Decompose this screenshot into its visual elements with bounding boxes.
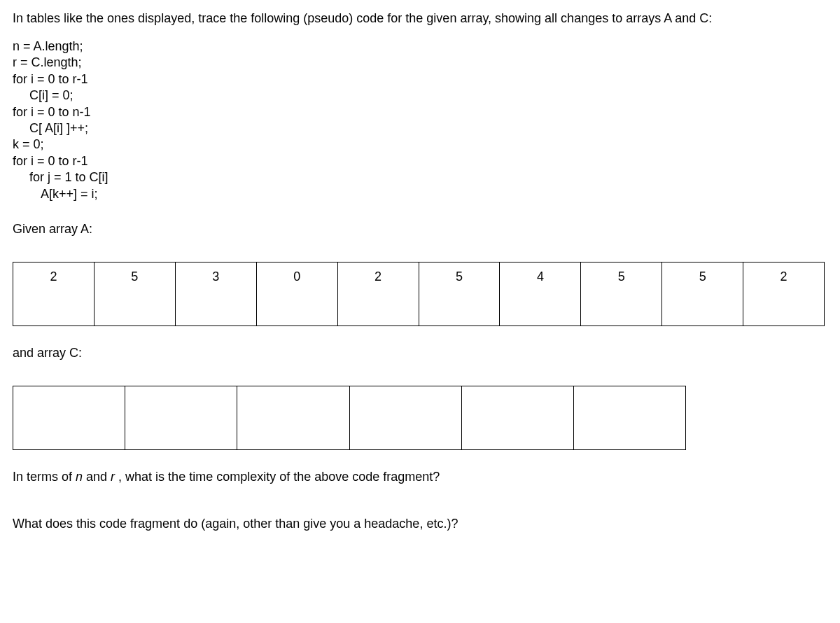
- question-purpose: What does this code fragment do (again, …: [13, 517, 827, 531]
- array-a-table: 2 5 3 0 2 5 4 5 5 2: [13, 262, 825, 326]
- code-line: for i = 0 to n-1: [13, 104, 827, 120]
- code-line: for i = 0 to r-1: [13, 71, 827, 88]
- array-a-cell: 2: [743, 262, 825, 326]
- array-c-cell: [573, 386, 686, 450]
- array-a-cell: 5: [662, 262, 743, 326]
- code-line: A[k++] = i;: [13, 186, 827, 202]
- array-a-cell: 2: [337, 262, 419, 326]
- label-array-c: and array C:: [13, 346, 827, 360]
- array-a-cell: 4: [499, 262, 581, 326]
- code-line: C[ A[i] ]++;: [13, 120, 827, 136]
- code-line: for j = 1 to C[i]: [13, 169, 827, 186]
- question-complexity: In terms of n and r , what is the time c…: [13, 470, 827, 484]
- array-a-cell: 3: [175, 262, 257, 326]
- label-array-a: Given array A:: [13, 222, 827, 237]
- q1-text: and: [83, 470, 111, 484]
- array-a-cell: 0: [256, 262, 338, 326]
- code-line: for i = 0 to r-1: [13, 153, 827, 169]
- code-line: r = C.length;: [13, 55, 827, 71]
- array-a-cell: 5: [94, 262, 176, 326]
- array-c-cell: [13, 386, 125, 450]
- array-c-cell: [349, 386, 462, 450]
- array-c-cell: [461, 386, 574, 450]
- code-line: C[i] = 0;: [13, 88, 827, 104]
- array-c-cell: [237, 386, 349, 450]
- q1-text: , what is the time complexity of the abo…: [115, 470, 440, 484]
- array-a-cell: 2: [13, 262, 94, 326]
- pseudocode-block: n = A.length; r = C.length; for i = 0 to…: [13, 38, 827, 202]
- array-a-cell: 5: [419, 262, 500, 326]
- intro-text: In tables like the ones displayed, trace…: [13, 11, 827, 26]
- q1-n: n: [76, 470, 83, 484]
- q1-text: In terms of: [13, 470, 76, 484]
- array-c-cell: [125, 386, 237, 450]
- array-a-cell: 5: [580, 262, 662, 326]
- code-line: n = A.length;: [13, 38, 827, 55]
- code-line: k = 0;: [13, 136, 827, 153]
- array-c-table: [13, 386, 686, 450]
